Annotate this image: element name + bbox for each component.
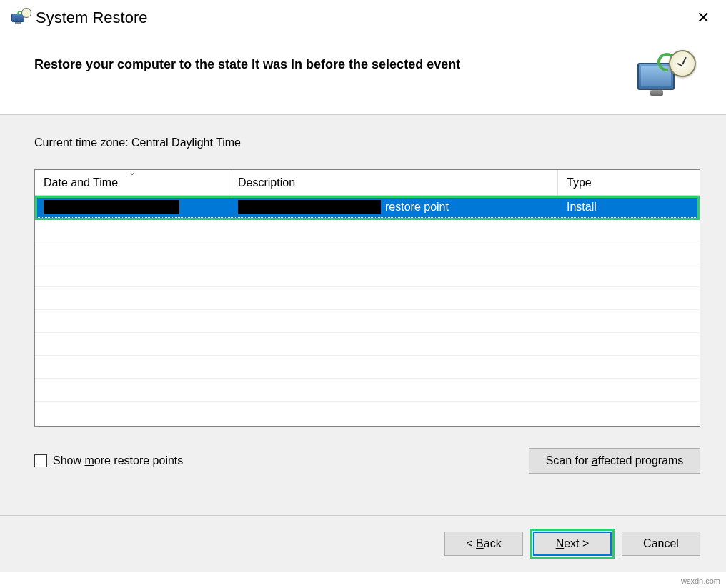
show-more-label: Show more restore points	[53, 454, 183, 467]
cell-type: Install	[558, 196, 700, 219]
column-header-description[interactable]: Description	[229, 170, 558, 195]
column-header-date[interactable]: ⌄ Date and Time	[35, 170, 229, 195]
table-row-empty	[35, 310, 700, 333]
table-row-empty	[35, 356, 700, 379]
table-row[interactable]: restore point Install	[35, 196, 700, 219]
system-restore-icon	[10, 8, 30, 28]
column-header-description-label: Description	[238, 176, 295, 189]
checkbox-box-icon[interactable]	[34, 454, 47, 467]
timezone-label: Current time zone: Central Daylight Time	[34, 136, 700, 149]
close-icon[interactable]: ✕	[689, 9, 717, 27]
instruction-text: Restore your computer to the state it wa…	[34, 51, 637, 72]
column-header-date-label: Date and Time	[44, 176, 118, 189]
column-header-type[interactable]: Type	[558, 170, 700, 195]
cell-description: restore point	[229, 196, 558, 219]
show-more-checkbox[interactable]: Show more restore points	[34, 454, 183, 467]
table-row-empty	[35, 264, 700, 287]
back-button[interactable]: < Back	[444, 532, 523, 556]
table-row-empty	[35, 333, 700, 356]
sort-indicator-icon: ⌄	[129, 169, 136, 177]
table-body: restore point Install	[35, 196, 700, 402]
redacted-date	[44, 200, 179, 214]
next-button[interactable]: Next >	[533, 532, 612, 556]
body-area: Current time zone: Central Daylight Time…	[0, 115, 726, 515]
table-row-empty	[35, 287, 700, 310]
column-headers: ⌄ Date and Time Description Type	[35, 170, 700, 196]
watermark-text: wsxdn.com	[681, 577, 720, 585]
titlebar: System Restore ✕	[0, 0, 726, 34]
table-row-empty	[35, 241, 700, 264]
below-table-row: Show more restore points Scan for affect…	[34, 448, 700, 474]
system-restore-large-icon	[637, 51, 695, 103]
scan-affected-button[interactable]: Scan for affected programs	[529, 448, 700, 474]
window-title: System Restore	[36, 9, 689, 27]
table-row-empty	[35, 219, 700, 241]
column-header-type-label: Type	[567, 176, 592, 189]
redacted-description-prefix	[238, 200, 381, 214]
cancel-button[interactable]: Cancel	[622, 532, 700, 556]
restore-points-table: ⌄ Date and Time Description Type restore…	[34, 169, 700, 427]
header-area: Restore your computer to the state it wa…	[0, 34, 726, 114]
table-row-empty	[35, 379, 700, 402]
footer-buttons: < Back Next > Cancel	[0, 515, 726, 572]
cell-date	[35, 196, 229, 219]
cell-description-suffix: restore point	[385, 201, 449, 214]
